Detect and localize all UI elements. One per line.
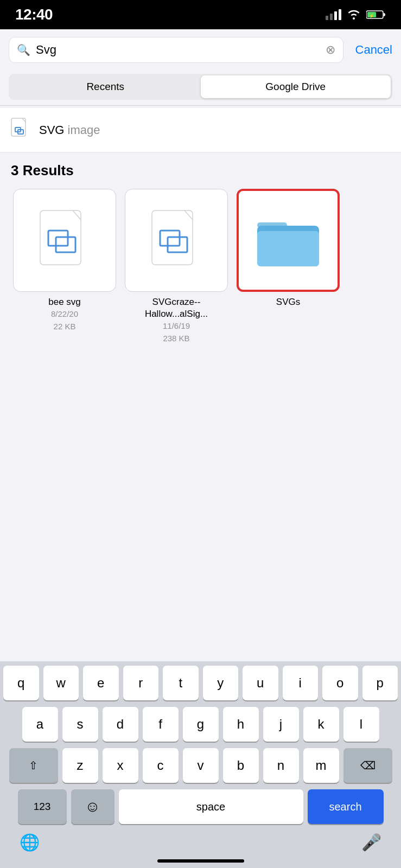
key-z[interactable]: z — [62, 748, 98, 783]
file-name-1: bee svg — [48, 296, 81, 308]
file-grid: bee svg 8/22/20 22 KB SVGcraze--Hallow..… — [11, 189, 390, 344]
search-bar[interactable]: 🔍 Svg ⊗ — [9, 37, 343, 63]
svg-text:⚡: ⚡ — [369, 13, 374, 18]
key-u[interactable]: u — [243, 666, 278, 700]
search-input[interactable]: Svg — [36, 43, 320, 57]
microphone-icon[interactable]: 🎤 — [361, 833, 381, 852]
battery-icon: ⚡ — [366, 10, 386, 20]
key-y[interactable]: y — [203, 666, 239, 700]
keyboard-row-3: ⇧ z x c v b n m ⌫ — [0, 744, 401, 785]
empty-space — [0, 350, 401, 448]
divider — [0, 105, 401, 106]
key-j[interactable]: j — [263, 707, 299, 742]
key-r[interactable]: r — [123, 666, 159, 700]
key-p[interactable]: p — [362, 666, 398, 700]
file-item-svgs-folder[interactable]: SVGs — [237, 189, 340, 344]
suggestion-text: SVG image — [39, 123, 100, 137]
key-123[interactable]: 123 — [18, 789, 67, 824]
keyboard-row-1: q w e r t y u i o p — [0, 661, 401, 703]
status-time: 12:40 — [15, 6, 53, 23]
file-thumb-3 — [237, 189, 340, 292]
status-bar: 12:40 ⚡ — [0, 0, 401, 29]
keyboard: q w e r t y u i o p a s d f g h j k l ⇧ … — [0, 661, 401, 868]
key-f[interactable]: f — [143, 707, 179, 742]
search-section: 🔍 Svg ⊗ Cancel — [0, 29, 401, 68]
key-d[interactable]: d — [103, 707, 138, 742]
key-c[interactable]: c — [143, 748, 179, 783]
key-l[interactable]: l — [343, 707, 379, 742]
key-shift[interactable]: ⇧ — [9, 748, 58, 783]
search-icon: 🔍 — [17, 43, 30, 56]
file-thumb-2 — [125, 189, 228, 292]
file-item-bee-svg[interactable]: bee svg 8/22/20 22 KB — [13, 189, 116, 344]
key-x[interactable]: x — [103, 748, 138, 783]
results-title: 3 Results — [11, 162, 390, 179]
key-s[interactable]: s — [62, 707, 98, 742]
file-name-2: SVGcraze--Hallow...alSig... — [145, 296, 208, 320]
key-t[interactable]: t — [163, 666, 199, 700]
key-e[interactable]: e — [83, 666, 119, 700]
segment-recents[interactable]: Recents — [10, 75, 201, 98]
key-q[interactable]: q — [3, 666, 39, 700]
key-space[interactable]: space — [119, 789, 303, 824]
file-name-3: SVGs — [276, 296, 300, 308]
key-o[interactable]: o — [322, 666, 358, 700]
file-item-svgcraze[interactable]: SVGcraze--Hallow...alSig... 11/6/19 238 … — [125, 189, 228, 344]
key-v[interactable]: v — [183, 748, 219, 783]
segment-google-drive[interactable]: Google Drive — [201, 75, 391, 98]
key-w[interactable]: w — [43, 666, 79, 700]
segment-control: Recents Google Drive — [9, 74, 392, 100]
key-m[interactable]: m — [303, 748, 339, 783]
key-backspace[interactable]: ⌫ — [343, 748, 392, 783]
search-button[interactable]: search — [308, 789, 384, 824]
file-meta-2: 11/6/19 238 KB — [163, 320, 190, 344]
suggestion-row[interactable]: SVG image — [0, 108, 401, 152]
signal-icon — [326, 9, 341, 20]
globe-icon[interactable]: 🌐 — [20, 833, 40, 852]
keyboard-row-2: a s d f g h j k l — [0, 703, 401, 744]
key-h[interactable]: h — [223, 707, 259, 742]
key-k[interactable]: k — [303, 707, 339, 742]
wifi-icon — [347, 9, 361, 20]
clear-button[interactable]: ⊗ — [326, 43, 335, 57]
file-meta-1: 8/22/20 22 KB — [51, 308, 78, 333]
key-i[interactable]: i — [283, 666, 319, 700]
document-icon — [11, 118, 29, 142]
status-icons: ⚡ — [326, 9, 386, 20]
results-section: 3 Results bee svg 8/22/20 22 KB — [0, 152, 401, 350]
svg-rect-14 — [257, 231, 319, 266]
key-n[interactable]: n — [263, 748, 299, 783]
home-bar — [157, 859, 244, 863]
file-thumb-1 — [13, 189, 116, 292]
key-a[interactable]: a — [22, 707, 58, 742]
key-b[interactable]: b — [223, 748, 259, 783]
key-emoji[interactable]: ☺ — [71, 789, 114, 824]
cancel-button[interactable]: Cancel — [349, 43, 392, 57]
key-g[interactable]: g — [183, 707, 219, 742]
keyboard-row-4: 123 ☺ space search — [0, 785, 401, 827]
